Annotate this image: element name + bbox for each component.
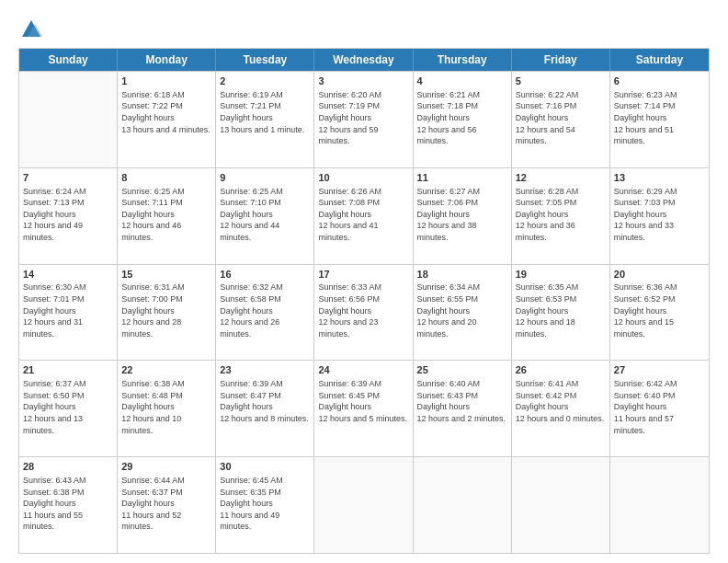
calendar-cell: 4 Sunrise: 6:21 AM Sunset: 7:18 PM Dayli… — [414, 72, 512, 167]
day-number: 14 — [23, 268, 113, 282]
calendar-cell: 23 Sunrise: 6:39 AM Sunset: 6:47 PM Dayl… — [216, 361, 314, 456]
day-number: 19 — [516, 268, 606, 282]
day-info: Sunrise: 6:45 AM Sunset: 6:35 PM Dayligh… — [220, 475, 310, 533]
calendar-cell: 3 Sunrise: 6:20 AM Sunset: 7:19 PM Dayli… — [314, 72, 413, 167]
page: SundayMondayTuesdayWednesdayThursdayFrid… — [0, 0, 728, 563]
calendar-cell: 24 Sunrise: 6:39 AM Sunset: 6:45 PM Dayl… — [314, 361, 413, 456]
day-info: Sunrise: 6:28 AM Sunset: 7:05 PM Dayligh… — [516, 186, 606, 244]
day-info: Sunrise: 6:33 AM Sunset: 6:56 PM Dayligh… — [318, 282, 408, 339]
day-number: 8 — [121, 171, 211, 185]
logo — [18, 17, 48, 42]
calendar-cell — [610, 457, 709, 553]
calendar-row: 7 Sunrise: 6:24 AM Sunset: 7:13 PM Dayli… — [19, 167, 709, 264]
day-number: 25 — [417, 363, 507, 377]
day-number: 1 — [121, 75, 211, 88]
day-number: 15 — [121, 268, 211, 282]
day-info: Sunrise: 6:39 AM Sunset: 6:47 PM Dayligh… — [220, 378, 310, 424]
day-info: Sunrise: 6:22 AM Sunset: 7:16 PM Dayligh… — [516, 89, 606, 147]
calendar-cell: 1 Sunrise: 6:18 AM Sunset: 7:22 PM Dayli… — [118, 72, 216, 167]
calendar-cell — [314, 457, 413, 553]
day-number: 10 — [318, 171, 408, 185]
day-number: 24 — [318, 363, 408, 377]
calendar-cell: 10 Sunrise: 6:26 AM Sunset: 7:08 PM Dayl… — [314, 168, 413, 264]
day-info: Sunrise: 6:41 AM Sunset: 6:42 PM Dayligh… — [516, 378, 606, 424]
day-number: 27 — [614, 363, 705, 377]
calendar-cell: 11 Sunrise: 6:27 AM Sunset: 7:06 PM Dayl… — [414, 168, 512, 264]
day-info: Sunrise: 6:21 AM Sunset: 7:18 PM Dayligh… — [417, 89, 507, 147]
day-number: 12 — [516, 171, 606, 185]
calendar-cell: 22 Sunrise: 6:38 AM Sunset: 6:48 PM Dayl… — [118, 361, 216, 456]
calendar-cell — [19, 72, 118, 167]
day-info: Sunrise: 6:36 AM Sunset: 6:52 PM Dayligh… — [614, 282, 705, 339]
calendar-cell: 20 Sunrise: 6:36 AM Sunset: 6:52 PM Dayl… — [610, 265, 709, 361]
day-info: Sunrise: 6:26 AM Sunset: 7:08 PM Dayligh… — [318, 186, 408, 244]
calendar-cell: 12 Sunrise: 6:28 AM Sunset: 7:05 PM Dayl… — [512, 168, 610, 264]
calendar-cell: 28 Sunrise: 6:43 AM Sunset: 6:38 PM Dayl… — [19, 457, 118, 553]
day-info: Sunrise: 6:20 AM Sunset: 7:19 PM Dayligh… — [318, 89, 408, 147]
weekday-header: Thursday — [414, 49, 512, 71]
calendar-cell: 30 Sunrise: 6:45 AM Sunset: 6:35 PM Dayl… — [216, 457, 314, 553]
weekday-header: Wednesday — [314, 49, 413, 71]
day-number: 5 — [516, 75, 606, 88]
day-number: 23 — [220, 363, 310, 377]
calendar-cell: 5 Sunrise: 6:22 AM Sunset: 7:16 PM Dayli… — [512, 72, 610, 167]
logo-icon — [18, 17, 44, 42]
calendar-cell: 27 Sunrise: 6:42 AM Sunset: 6:40 PM Dayl… — [610, 361, 709, 456]
calendar-cell: 19 Sunrise: 6:35 AM Sunset: 6:53 PM Dayl… — [512, 265, 610, 361]
calendar-header: SundayMondayTuesdayWednesdayThursdayFrid… — [19, 49, 709, 71]
day-info: Sunrise: 6:38 AM Sunset: 6:48 PM Dayligh… — [121, 378, 211, 436]
day-number: 7 — [23, 171, 113, 185]
day-number: 13 — [614, 171, 705, 185]
calendar-cell: 14 Sunrise: 6:30 AM Sunset: 7:01 PM Dayl… — [19, 265, 118, 361]
calendar-cell: 8 Sunrise: 6:25 AM Sunset: 7:11 PM Dayli… — [118, 168, 216, 264]
calendar-cell: 25 Sunrise: 6:40 AM Sunset: 6:43 PM Dayl… — [414, 361, 512, 456]
weekday-header: Saturday — [610, 49, 709, 71]
calendar-row: 1 Sunrise: 6:18 AM Sunset: 7:22 PM Dayli… — [19, 71, 709, 167]
day-info: Sunrise: 6:25 AM Sunset: 7:11 PM Dayligh… — [121, 186, 211, 244]
calendar-cell: 9 Sunrise: 6:25 AM Sunset: 7:10 PM Dayli… — [216, 168, 314, 264]
day-number: 16 — [220, 268, 310, 282]
day-info: Sunrise: 6:43 AM Sunset: 6:38 PM Dayligh… — [23, 475, 113, 533]
day-number: 22 — [121, 363, 211, 377]
weekday-header: Monday — [118, 49, 216, 71]
day-number: 26 — [516, 363, 606, 377]
calendar: SundayMondayTuesdayWednesdayThursdayFrid… — [18, 48, 710, 554]
calendar-row: 14 Sunrise: 6:30 AM Sunset: 7:01 PM Dayl… — [19, 264, 709, 361]
day-info: Sunrise: 6:18 AM Sunset: 7:22 PM Dayligh… — [121, 89, 211, 135]
day-info: Sunrise: 6:25 AM Sunset: 7:10 PM Dayligh… — [220, 186, 310, 244]
day-number: 21 — [23, 363, 113, 377]
day-number: 18 — [417, 268, 507, 282]
calendar-cell: 16 Sunrise: 6:32 AM Sunset: 6:58 PM Dayl… — [216, 265, 314, 361]
day-info: Sunrise: 6:37 AM Sunset: 6:50 PM Dayligh… — [23, 378, 113, 436]
day-number: 28 — [23, 460, 113, 474]
calendar-cell: 18 Sunrise: 6:34 AM Sunset: 6:55 PM Dayl… — [414, 265, 512, 361]
calendar-cell: 7 Sunrise: 6:24 AM Sunset: 7:13 PM Dayli… — [19, 168, 118, 264]
day-info: Sunrise: 6:24 AM Sunset: 7:13 PM Dayligh… — [23, 186, 113, 244]
day-info: Sunrise: 6:44 AM Sunset: 6:37 PM Dayligh… — [121, 475, 211, 533]
day-info: Sunrise: 6:42 AM Sunset: 6:40 PM Dayligh… — [614, 378, 705, 436]
day-info: Sunrise: 6:30 AM Sunset: 7:01 PM Dayligh… — [23, 282, 113, 339]
calendar-cell — [512, 457, 610, 553]
day-info: Sunrise: 6:19 AM Sunset: 7:21 PM Dayligh… — [220, 89, 310, 135]
day-number: 29 — [121, 460, 211, 474]
day-info: Sunrise: 6:39 AM Sunset: 6:45 PM Dayligh… — [318, 378, 408, 424]
header — [18, 17, 710, 42]
day-info: Sunrise: 6:35 AM Sunset: 6:53 PM Dayligh… — [516, 282, 606, 339]
day-number: 3 — [318, 75, 408, 88]
calendar-body: 1 Sunrise: 6:18 AM Sunset: 7:22 PM Dayli… — [19, 71, 709, 553]
day-info: Sunrise: 6:29 AM Sunset: 7:03 PM Dayligh… — [614, 186, 705, 244]
day-info: Sunrise: 6:32 AM Sunset: 6:58 PM Dayligh… — [220, 282, 310, 339]
day-number: 20 — [614, 268, 705, 282]
day-info: Sunrise: 6:31 AM Sunset: 7:00 PM Dayligh… — [121, 282, 211, 339]
weekday-header: Sunday — [19, 49, 118, 71]
day-number: 9 — [220, 171, 310, 185]
calendar-row: 21 Sunrise: 6:37 AM Sunset: 6:50 PM Dayl… — [19, 360, 709, 456]
calendar-cell: 15 Sunrise: 6:31 AM Sunset: 7:00 PM Dayl… — [118, 265, 216, 361]
day-number: 6 — [614, 75, 705, 88]
day-info: Sunrise: 6:34 AM Sunset: 6:55 PM Dayligh… — [417, 282, 507, 339]
day-info: Sunrise: 6:23 AM Sunset: 7:14 PM Dayligh… — [614, 89, 705, 147]
calendar-row: 28 Sunrise: 6:43 AM Sunset: 6:38 PM Dayl… — [19, 456, 709, 553]
calendar-cell: 17 Sunrise: 6:33 AM Sunset: 6:56 PM Dayl… — [314, 265, 413, 361]
day-info: Sunrise: 6:27 AM Sunset: 7:06 PM Dayligh… — [417, 186, 507, 244]
day-info: Sunrise: 6:40 AM Sunset: 6:43 PM Dayligh… — [417, 378, 507, 424]
